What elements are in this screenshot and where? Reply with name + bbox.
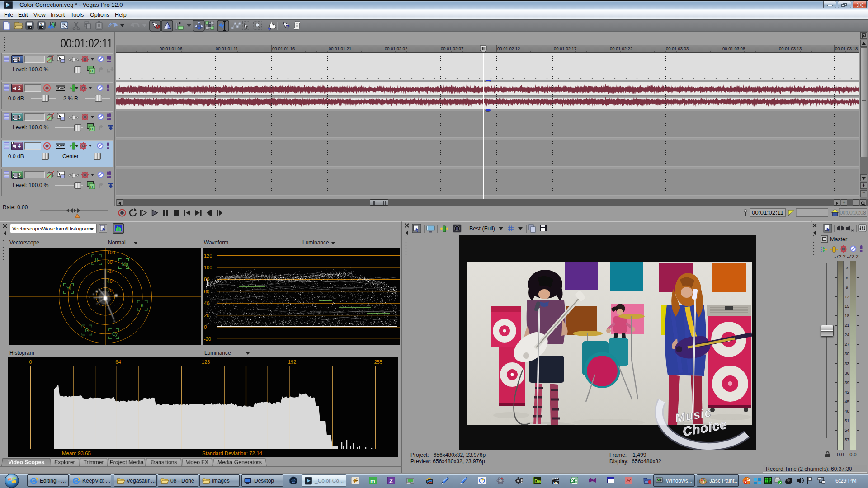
- svg-text:20: 20: [204, 313, 209, 318]
- svg-text:Best (Full): Best (Full): [469, 225, 495, 232]
- svg-text:120: 120: [204, 253, 212, 258]
- svg-text:Mg: Mg: [122, 262, 128, 267]
- svg-text:Yl: Yl: [66, 286, 71, 291]
- svg-text:128: 128: [202, 359, 210, 365]
- svg-text:40: 40: [107, 278, 113, 284]
- svg-text:40: 40: [204, 300, 209, 306]
- svg-text:α: α: [90, 184, 93, 189]
- svg-text:B: B: [141, 303, 144, 308]
- svg-text:BE: BE: [553, 481, 558, 484]
- svg-text:G: G: [85, 328, 89, 333]
- svg-text:m: m: [370, 478, 375, 484]
- svg-text:?: ?: [286, 23, 290, 30]
- svg-text:Dw: Dw: [534, 479, 541, 484]
- svg-text:255: 255: [374, 359, 382, 365]
- svg-text:192: 192: [288, 359, 296, 365]
- svg-text:0: 0: [29, 359, 32, 365]
- svg-text:α: α: [90, 69, 93, 73]
- svg-text:64: 64: [115, 359, 121, 365]
- svg-text:Z: Z: [389, 478, 393, 484]
- svg-text:80: 80: [107, 259, 113, 265]
- svg-text:-20: -20: [204, 336, 211, 342]
- svg-text:Cy: Cy: [112, 332, 118, 337]
- svg-text:α: α: [90, 127, 93, 131]
- svg-text:60: 60: [107, 269, 113, 274]
- svg-text:Mean: 93.65: Mean: 93.65: [62, 450, 91, 456]
- svg-text:100: 100: [107, 250, 115, 255]
- svg-text:Standard Deviation: 72.14: Standard Deviation: 72.14: [202, 450, 263, 456]
- svg-text:60: 60: [204, 289, 209, 294]
- svg-text:?: ?: [40, 22, 42, 27]
- svg-text:100: 100: [204, 265, 212, 270]
- svg-text:R: R: [95, 258, 98, 263]
